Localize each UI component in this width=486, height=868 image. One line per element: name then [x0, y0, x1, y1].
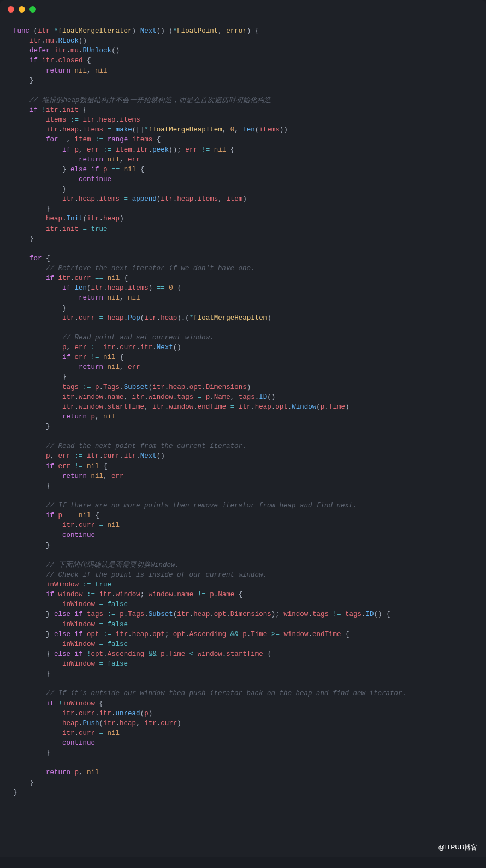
code-block: func (itr *floatMergeIterator) Next() (*…	[0, 19, 486, 814]
window-controls	[8, 6, 36, 13]
close-icon[interactable]	[8, 6, 14, 13]
titlebar	[0, 0, 486, 19]
watermark: @ITPUB博客	[438, 843, 477, 852]
maximize-icon[interactable]	[29, 6, 36, 13]
editor-window: func (itr *floatMergeIterator) Next() (*…	[0, 0, 486, 857]
minimize-icon[interactable]	[19, 6, 25, 13]
